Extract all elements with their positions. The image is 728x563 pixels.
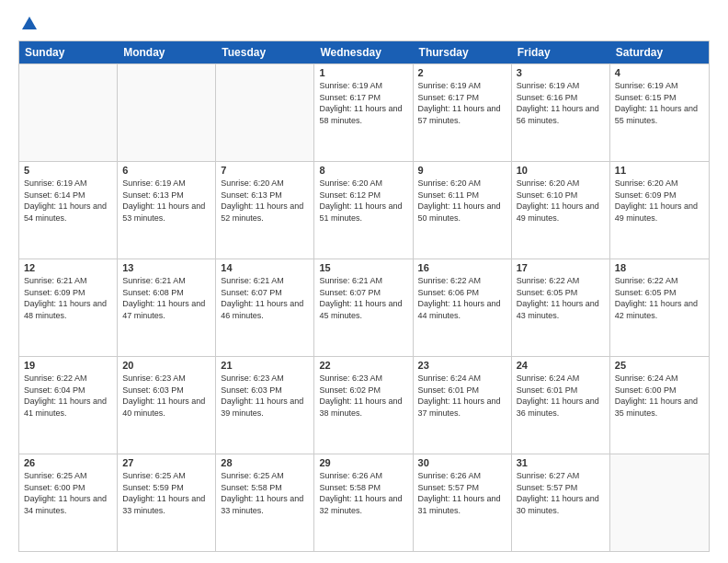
calendar-cell-day-27: 27Sunrise: 6:25 AM Sunset: 5:59 PM Dayli… (118, 454, 216, 551)
cell-info: Sunrise: 6:20 AM Sunset: 6:10 PM Dayligh… (517, 178, 605, 224)
cell-info: Sunrise: 6:20 AM Sunset: 6:13 PM Dayligh… (221, 178, 309, 224)
cell-info: Sunrise: 6:19 AM Sunset: 6:17 PM Dayligh… (418, 80, 506, 126)
calendar-cell-day-12: 12Sunrise: 6:21 AM Sunset: 6:09 PM Dayli… (19, 259, 118, 356)
calendar: SundayMondayTuesdayWednesdayThursdayFrid… (18, 40, 710, 552)
calendar-cell-day-5: 5Sunrise: 6:19 AM Sunset: 6:14 PM Daylig… (19, 162, 118, 259)
day-number: 14 (221, 262, 309, 273)
cell-info: Sunrise: 6:25 AM Sunset: 6:00 PM Dayligh… (24, 470, 112, 516)
calendar-cell-day-25: 25Sunrise: 6:24 AM Sunset: 6:00 PM Dayli… (610, 357, 709, 454)
day-number: 8 (319, 165, 407, 176)
day-number: 23 (418, 360, 506, 371)
day-number: 9 (418, 165, 506, 176)
cell-info: Sunrise: 6:19 AM Sunset: 6:13 PM Dayligh… (122, 178, 210, 224)
weekday-header-wednesday: Wednesday (314, 41, 413, 63)
weekday-header-sunday: Sunday (19, 41, 118, 63)
calendar-cell-day-15: 15Sunrise: 6:21 AM Sunset: 6:07 PM Dayli… (314, 259, 413, 356)
cell-info: Sunrise: 6:24 AM Sunset: 6:00 PM Dayligh… (615, 373, 704, 419)
calendar-cell-day-31: 31Sunrise: 6:27 AM Sunset: 5:57 PM Dayli… (512, 454, 610, 551)
day-number: 4 (615, 67, 704, 78)
day-number: 12 (24, 262, 112, 273)
day-number: 21 (221, 360, 309, 371)
day-number: 26 (24, 457, 112, 468)
calendar-cell-day-2: 2Sunrise: 6:19 AM Sunset: 6:17 PM Daylig… (414, 64, 512, 161)
calendar-cell-day-23: 23Sunrise: 6:24 AM Sunset: 6:01 PM Dayli… (414, 357, 512, 454)
calendar-cell-day-22: 22Sunrise: 6:23 AM Sunset: 6:02 PM Dayli… (314, 357, 413, 454)
calendar-cell-empty (118, 64, 216, 161)
calendar-cell-day-11: 11Sunrise: 6:20 AM Sunset: 6:09 PM Dayli… (610, 162, 709, 259)
calendar-cell-day-3: 3Sunrise: 6:19 AM Sunset: 6:16 PM Daylig… (512, 64, 610, 161)
day-number: 10 (517, 165, 605, 176)
calendar-row-4: 26Sunrise: 6:25 AM Sunset: 6:00 PM Dayli… (19, 454, 709, 551)
day-number: 29 (319, 457, 407, 468)
cell-info: Sunrise: 6:19 AM Sunset: 6:16 PM Dayligh… (517, 80, 605, 126)
cell-info: Sunrise: 6:19 AM Sunset: 6:15 PM Dayligh… (615, 80, 704, 126)
calendar-cell-day-19: 19Sunrise: 6:22 AM Sunset: 6:04 PM Dayli… (19, 357, 118, 454)
cell-info: Sunrise: 6:22 AM Sunset: 6:04 PM Dayligh… (24, 373, 112, 419)
calendar-cell-day-14: 14Sunrise: 6:21 AM Sunset: 6:07 PM Dayli… (216, 259, 314, 356)
svg-marker-0 (22, 17, 37, 29)
cell-info: Sunrise: 6:22 AM Sunset: 6:05 PM Dayligh… (517, 275, 605, 321)
day-number: 13 (122, 262, 210, 273)
calendar-row-1: 5Sunrise: 6:19 AM Sunset: 6:14 PM Daylig… (19, 161, 709, 259)
calendar-cell-day-26: 26Sunrise: 6:25 AM Sunset: 6:00 PM Dayli… (19, 454, 118, 551)
day-number: 31 (517, 457, 605, 468)
day-number: 18 (615, 262, 704, 273)
weekday-header-tuesday: Tuesday (216, 41, 314, 63)
calendar-cell-day-24: 24Sunrise: 6:24 AM Sunset: 6:01 PM Dayli… (512, 357, 610, 454)
cell-info: Sunrise: 6:27 AM Sunset: 5:57 PM Dayligh… (517, 470, 605, 516)
calendar-cell-empty (216, 64, 314, 161)
cell-info: Sunrise: 6:25 AM Sunset: 5:59 PM Dayligh… (122, 470, 210, 516)
cell-info: Sunrise: 6:20 AM Sunset: 6:12 PM Dayligh… (319, 178, 407, 224)
cell-info: Sunrise: 6:21 AM Sunset: 6:07 PM Dayligh… (221, 275, 309, 321)
cell-info: Sunrise: 6:24 AM Sunset: 6:01 PM Dayligh… (517, 373, 605, 419)
day-number: 24 (517, 360, 605, 371)
calendar-cell-day-16: 16Sunrise: 6:22 AM Sunset: 6:06 PM Dayli… (414, 259, 512, 356)
calendar-row-0: 1Sunrise: 6:19 AM Sunset: 6:17 PM Daylig… (19, 63, 709, 161)
day-number: 16 (418, 262, 506, 273)
calendar-cell-day-28: 28Sunrise: 6:25 AM Sunset: 5:58 PM Dayli… (216, 454, 314, 551)
cell-info: Sunrise: 6:26 AM Sunset: 5:58 PM Dayligh… (319, 470, 407, 516)
cell-info: Sunrise: 6:22 AM Sunset: 6:06 PM Dayligh… (418, 275, 506, 321)
day-number: 28 (221, 457, 309, 468)
calendar-cell-day-17: 17Sunrise: 6:22 AM Sunset: 6:05 PM Dayli… (512, 259, 610, 356)
calendar-cell-day-21: 21Sunrise: 6:23 AM Sunset: 6:03 PM Dayli… (216, 357, 314, 454)
calendar-cell-empty (19, 64, 118, 161)
weekday-header-thursday: Thursday (414, 41, 512, 63)
calendar-cell-day-9: 9Sunrise: 6:20 AM Sunset: 6:11 PM Daylig… (414, 162, 512, 259)
logo (18, 15, 39, 33)
logo-icon (20, 15, 39, 33)
calendar-cell-day-7: 7Sunrise: 6:20 AM Sunset: 6:13 PM Daylig… (216, 162, 314, 259)
calendar-cell-day-29: 29Sunrise: 6:26 AM Sunset: 5:58 PM Dayli… (314, 454, 413, 551)
day-number: 17 (517, 262, 605, 273)
calendar-cell-day-30: 30Sunrise: 6:26 AM Sunset: 5:57 PM Dayli… (414, 454, 512, 551)
cell-info: Sunrise: 6:24 AM Sunset: 6:01 PM Dayligh… (418, 373, 506, 419)
cell-info: Sunrise: 6:26 AM Sunset: 5:57 PM Dayligh… (418, 470, 506, 516)
cell-info: Sunrise: 6:19 AM Sunset: 6:14 PM Dayligh… (24, 178, 112, 224)
calendar-cell-day-18: 18Sunrise: 6:22 AM Sunset: 6:05 PM Dayli… (610, 259, 709, 356)
weekday-header-monday: Monday (118, 41, 216, 63)
cell-info: Sunrise: 6:20 AM Sunset: 6:11 PM Dayligh… (418, 178, 506, 224)
day-number: 30 (418, 457, 506, 468)
day-number: 5 (24, 165, 112, 176)
cell-info: Sunrise: 6:19 AM Sunset: 6:17 PM Dayligh… (319, 80, 407, 126)
cell-info: Sunrise: 6:23 AM Sunset: 6:03 PM Dayligh… (221, 373, 309, 419)
cell-info: Sunrise: 6:21 AM Sunset: 6:07 PM Dayligh… (319, 275, 407, 321)
calendar-cell-day-10: 10Sunrise: 6:20 AM Sunset: 6:10 PM Dayli… (512, 162, 610, 259)
day-number: 19 (24, 360, 112, 371)
day-number: 3 (517, 67, 605, 78)
day-number: 2 (418, 67, 506, 78)
calendar-header: SundayMondayTuesdayWednesdayThursdayFrid… (19, 41, 709, 63)
day-number: 1 (319, 67, 407, 78)
header (18, 15, 710, 33)
cell-info: Sunrise: 6:25 AM Sunset: 5:58 PM Dayligh… (221, 470, 309, 516)
day-number: 20 (122, 360, 210, 371)
day-number: 27 (122, 457, 210, 468)
day-number: 22 (319, 360, 407, 371)
calendar-cell-day-13: 13Sunrise: 6:21 AM Sunset: 6:08 PM Dayli… (118, 259, 216, 356)
cell-info: Sunrise: 6:21 AM Sunset: 6:08 PM Dayligh… (122, 275, 210, 321)
calendar-cell-day-1: 1Sunrise: 6:19 AM Sunset: 6:17 PM Daylig… (314, 64, 413, 161)
calendar-row-3: 19Sunrise: 6:22 AM Sunset: 6:04 PM Dayli… (19, 356, 709, 454)
calendar-cell-day-20: 20Sunrise: 6:23 AM Sunset: 6:03 PM Dayli… (118, 357, 216, 454)
weekday-header-saturday: Saturday (610, 41, 709, 63)
calendar-cell-day-4: 4Sunrise: 6:19 AM Sunset: 6:15 PM Daylig… (610, 64, 709, 161)
